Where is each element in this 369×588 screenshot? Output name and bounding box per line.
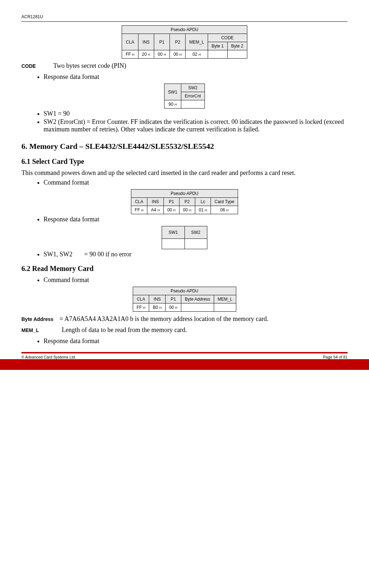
bullet-command-1: Command format xyxy=(44,179,348,186)
t3-ins: A4 H xyxy=(147,206,164,214)
bullets-6: Command format xyxy=(21,276,348,284)
bullets-7: Response data format xyxy=(21,337,348,345)
t5-ins: B0 H xyxy=(149,303,166,312)
doc-header: ACR1281U xyxy=(21,14,348,21)
bullets-2: SW1 = 90 SW2 (ErrorCnt) = Error Counter.… xyxy=(21,110,348,133)
t1-code1 xyxy=(208,50,227,59)
bullet-response-3: Response data format xyxy=(44,337,348,345)
t3-title: Pseudo-APDU xyxy=(131,190,238,198)
meml-text: Length of data to be read from the memor… xyxy=(62,326,187,333)
bullet-sw1sw2: SW1, SW2 = 90 00 if no error xyxy=(44,251,348,258)
response-table-1: SW1 SW2 ErrorCnt 90 H xyxy=(164,84,205,109)
bullet-command-2: Command format xyxy=(44,276,348,284)
bullets-1: Response data format xyxy=(21,73,348,81)
t1-h-meml: MEM_L xyxy=(186,34,208,50)
t5-cla: FF H xyxy=(133,303,149,312)
footer-left: © Advanced Card Systems Ltd. xyxy=(21,355,76,359)
bullet-sw2: SW2 (ErrorCnt) = Error Counter. FF indic… xyxy=(44,118,348,133)
t1-h-byte2: Byte 2 xyxy=(227,42,247,50)
t3-cardtype: 06 H xyxy=(211,206,238,214)
section-6-heading: 6. Memory Card – SLE4432/SLE4442/SLE5532… xyxy=(21,142,348,151)
t5-byteaddr xyxy=(181,303,214,312)
t3-h-lc: Lc xyxy=(195,198,211,206)
apdu-table-1: Pseudo-APDU CLA INS P1 P2 MEM_L CODE Byt… xyxy=(122,25,247,59)
t3-h-cla: CLA xyxy=(131,198,147,206)
t3-lc: 01 H xyxy=(195,206,211,214)
bullet-response-2: Response data format xyxy=(44,216,348,223)
t1-h-code: CODE xyxy=(208,34,247,42)
t1-ins: 20 H xyxy=(138,50,154,59)
response-table-2: SW1 SW2 xyxy=(162,226,207,249)
byte-address-definition: Byte Address = A7A6A5A4 A3A2A1A0 b is th… xyxy=(21,315,348,323)
t3-h-ins: INS xyxy=(147,198,164,206)
t2-sw1: 90 H xyxy=(164,100,181,109)
t1-h-cla: CLA xyxy=(122,34,138,50)
t1-h-ins: INS xyxy=(138,34,154,50)
page-footer: © Advanced Card Systems Ltd. Page 54 of … xyxy=(21,352,348,359)
t2-sw2 xyxy=(181,100,204,109)
t4-sw1 xyxy=(162,239,184,249)
meml-definition: MEM_L Length of data to be read from the… xyxy=(21,326,348,334)
byte-address-text: = A7A6A5A4 A3A2A1A0 b is the memory addr… xyxy=(60,315,269,322)
t5-h-meml: MEM_L xyxy=(214,295,236,303)
t1-p2: 00 H xyxy=(170,50,186,59)
t4-sw2 xyxy=(184,239,207,249)
t1-p1: 00 H xyxy=(154,50,170,59)
t3-h-p2: P2 xyxy=(179,198,195,206)
bullet-sw1: SW1 = 90 xyxy=(44,110,348,117)
t2-h-sw1: SW1 xyxy=(164,84,181,100)
t1-h-p1: P1 xyxy=(154,34,170,50)
t1-cla: FF H xyxy=(122,50,138,59)
apdu-table-5: Pseudo-APDU CLA INS P1 Byte Address MEM_… xyxy=(133,287,236,312)
t1-meml: 02 H xyxy=(186,50,208,59)
t3-p1: 00 H xyxy=(163,206,179,214)
t1-h-p2: P2 xyxy=(170,34,186,50)
bullets-5: SW1, SW2 = 90 00 if no error xyxy=(21,251,348,258)
t2-h-sw2: SW2 xyxy=(181,84,204,92)
bullet-response-1: Response data format xyxy=(44,73,348,81)
bullets-4: Response data format xyxy=(21,216,348,223)
byte-address-label: Byte Address xyxy=(21,316,54,322)
footer-right: Page 54 of 81 xyxy=(323,355,348,359)
apdu-table-3: Pseudo-APDU CLA INS P1 P2 Lc Card Type F… xyxy=(131,189,238,214)
section-6-2-heading: 6.2 Read Memory Card xyxy=(21,265,348,273)
meml-label: MEM_L xyxy=(21,327,39,333)
t4-h-sw2: SW2 xyxy=(184,226,207,239)
table1-title: Pseudo-APDU xyxy=(122,26,247,34)
code-label: CODE xyxy=(21,63,36,69)
t3-cla: FF H xyxy=(131,206,147,214)
t5-h-cla: CLA xyxy=(133,295,149,303)
t3-h-p1: P1 xyxy=(163,198,179,206)
t1-code2 xyxy=(227,50,247,59)
t4-h-sw1: SW1 xyxy=(162,226,184,239)
t1-h-byte1: Byte 1 xyxy=(208,42,227,50)
header-rule xyxy=(21,21,348,22)
t5-p1: 00 H xyxy=(165,303,181,312)
t3-h-cardtype: Card Type xyxy=(211,198,238,206)
t5-h-byteaddr: Byte Address xyxy=(181,295,214,303)
code-definition: CODE Two bytes secret code (PIN) xyxy=(21,62,348,70)
t5-meml xyxy=(214,303,236,312)
bullets-3: Command format xyxy=(21,179,348,186)
t5-h-ins: INS xyxy=(149,295,166,303)
code-text: Two bytes secret code (PIN) xyxy=(53,62,126,69)
t2-h-errorcnt: ErrorCnt xyxy=(181,92,204,100)
section-6-1-heading: 6.1 Select Card Type xyxy=(21,157,348,166)
footer-bar xyxy=(0,359,369,370)
t5-h-p1: P1 xyxy=(165,295,181,303)
t3-p2: 00 H xyxy=(179,206,195,214)
para-6-1: This command powers down and up the sele… xyxy=(21,169,348,177)
t5-title: Pseudo-APDU xyxy=(133,287,236,295)
